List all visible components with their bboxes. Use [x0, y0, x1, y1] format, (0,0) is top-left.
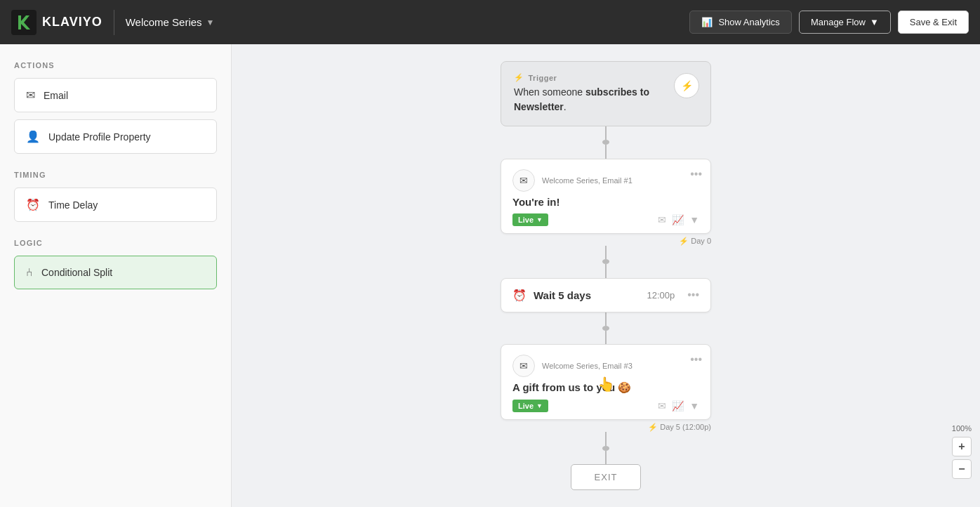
email-1-status-text: Live — [518, 216, 534, 224]
email-1-type-icon: ✉ — [512, 169, 535, 192]
day-0-label: ⚡ Day 0 — [501, 237, 711, 246]
trigger-text-prefix: When someone — [514, 86, 585, 98]
logic-label: LOGIC — [14, 239, 217, 247]
show-analytics-label: Show Analytics — [718, 17, 779, 27]
email-3-stats-icon[interactable]: 📈 — [672, 400, 684, 411]
header-divider — [114, 10, 114, 35]
zoom-plus-icon: + — [958, 440, 965, 453]
wait-title: Wait 5 days — [534, 289, 640, 301]
chevron-down-icon: ▼ — [206, 18, 215, 27]
split-icon: ⑃ — [26, 266, 33, 279]
manage-flow-label: Manage Flow — [811, 17, 866, 27]
zoom-level: 100% — [952, 424, 972, 433]
connector-4 — [605, 264, 607, 277]
sidebar-item-update-profile[interactable]: 👤 Update Profile Property — [14, 119, 217, 154]
show-analytics-button[interactable]: 📊 Show Analytics — [689, 11, 791, 34]
zoom-in-button[interactable]: + — [952, 437, 972, 456]
flow-wrapper: ⚡ Trigger When someone subscribes to New… — [501, 61, 711, 490]
connector-1 — [605, 126, 607, 140]
live-caret-icon: ▼ — [536, 216, 543, 223]
timing-section: TIMING ⏰ Time Delay — [14, 171, 217, 222]
zoom-out-button[interactable]: − — [952, 459, 972, 479]
sidebar-item-conditional-split[interactable]: ⑃ Conditional Split — [14, 256, 217, 289]
logic-section: LOGIC ⑃ Conditional Split — [14, 239, 217, 289]
manage-flow-caret-icon: ▼ — [870, 17, 879, 27]
analytics-icon: 📊 — [701, 17, 713, 27]
wait-menu-icon[interactable]: ••• — [687, 289, 699, 301]
wait-clock-icon: ⏰ — [512, 289, 527, 302]
header-right: 📊 Show Analytics Manage Flow ▼ Save & Ex… — [689, 11, 969, 34]
email-3-actions: ✉ 📈 ▼ — [658, 400, 699, 411]
trigger-card[interactable]: ⚡ Trigger When someone subscribes to New… — [501, 61, 711, 126]
email-3-title: A gift from us to you 🍪 — [512, 381, 699, 394]
exit-label: EXIT — [595, 472, 618, 482]
trigger-text: When someone subscribes to Newsletter. — [514, 85, 698, 114]
connector-dot-4 — [602, 446, 609, 451]
connector-dot-1 — [602, 140, 609, 145]
zoom-controls: 100% + − — [952, 424, 972, 479]
email-3-live-caret-icon: ▼ — [536, 402, 543, 409]
email-1-header: ✉ Welcome Series, Email #1 — [512, 169, 699, 192]
flow-name-selector[interactable]: Welcome Series ▼ — [126, 16, 215, 28]
actions-section: ACTIONS ✉ Email 👤 Update Profile Propert… — [14, 61, 217, 154]
connector-dot-2 — [602, 259, 609, 264]
email-3-meta: Welcome Series, Email #3 — [542, 362, 633, 370]
trigger-lightning-icon: ⚡ — [681, 80, 693, 91]
email-action-icon[interactable]: ✉ — [658, 214, 666, 225]
email-3-card[interactable]: ••• ✉ Welcome Series, Email #3 A gift fr… — [501, 344, 711, 420]
exit-card: EXIT — [571, 464, 641, 490]
connector-6 — [605, 331, 607, 344]
email-3-filter-icon[interactable]: ▼ — [689, 400, 699, 411]
email-1-status-badge[interactable]: Live ▼ — [512, 213, 548, 226]
connector-5 — [605, 312, 607, 326]
sidebar-conditional-split-label: Conditional Split — [41, 267, 112, 278]
trigger-label: ⚡ Trigger — [514, 73, 698, 82]
logo-text: KLAVIYO — [42, 15, 102, 29]
stats-icon[interactable]: 📈 — [672, 214, 684, 225]
email-icon: ✉ — [26, 88, 35, 102]
email-1-meta: Welcome Series, Email #1 — [542, 176, 633, 185]
user-icon: 👤 — [26, 130, 40, 143]
flow-canvas: ⚡ Trigger When someone subscribes to New… — [232, 44, 980, 507]
header: KLAVIYO Welcome Series ▼ 📊 Show Analytic… — [0, 0, 980, 44]
save-exit-button[interactable]: Save & Exit — [898, 11, 969, 34]
email-1-card[interactable]: ••• ✉ Welcome Series, Email #1 You're in… — [501, 159, 711, 234]
email-1-footer: Live ▼ ✉ 📈 ▼ — [512, 213, 699, 226]
email-3-header: ✉ Welcome Series, Email #3 — [512, 355, 699, 377]
logo[interactable]: KLAVIYO — [11, 10, 102, 35]
main-layout: ACTIONS ✉ Email 👤 Update Profile Propert… — [0, 44, 980, 507]
connector-dot-3 — [602, 326, 609, 331]
flow-name-text: Welcome Series — [126, 16, 202, 28]
clock-icon: ⏰ — [26, 198, 40, 211]
email-3-action-icon[interactable]: ✉ — [658, 400, 666, 411]
actions-label: ACTIONS — [14, 61, 217, 70]
email-3-footer: Live ▼ ✉ 📈 ▼ — [512, 400, 699, 412]
save-exit-label: Save & Exit — [910, 17, 957, 27]
trigger-icon-wrapper: ⚡ — [674, 73, 699, 98]
sidebar-item-email[interactable]: ✉ Email — [14, 78, 217, 112]
sidebar: ACTIONS ✉ Email 👤 Update Profile Propert… — [0, 44, 232, 507]
day-5-text: ⚡ Day 5 (12:00p) — [648, 423, 711, 432]
email-1-actions: ✉ 📈 ▼ — [658, 214, 699, 225]
email-1-menu-icon[interactable]: ••• — [690, 168, 702, 180]
connector-8 — [605, 451, 607, 464]
connector-2 — [605, 145, 607, 158]
email-3-status-text: Live — [518, 402, 534, 410]
wait-card[interactable]: ⏰ Wait 5 days 12:00p ••• — [501, 278, 711, 312]
sidebar-email-label: Email — [44, 90, 68, 101]
manage-flow-button[interactable]: Manage Flow ▼ — [799, 11, 891, 34]
sidebar-item-time-delay[interactable]: ⏰ Time Delay — [14, 187, 217, 222]
connector-7 — [605, 432, 607, 445]
email-1-title: You're in! — [512, 196, 699, 208]
connector-3 — [605, 246, 607, 259]
sidebar-time-delay-label: Time Delay — [48, 199, 98, 211]
email-3-menu-icon[interactable]: ••• — [690, 353, 702, 366]
timing-label: TIMING — [14, 171, 217, 179]
email-3-status-badge[interactable]: Live ▼ — [512, 400, 548, 412]
day-0-text: ⚡ Day 0 — [679, 237, 711, 246]
trigger-text-suffix: . — [564, 101, 567, 112]
filter-icon[interactable]: ▼ — [689, 214, 699, 225]
wait-time: 12:00p — [647, 290, 675, 301]
lightning-icon: ⚡ — [514, 73, 524, 82]
email-3-type-icon: ✉ — [512, 355, 535, 377]
